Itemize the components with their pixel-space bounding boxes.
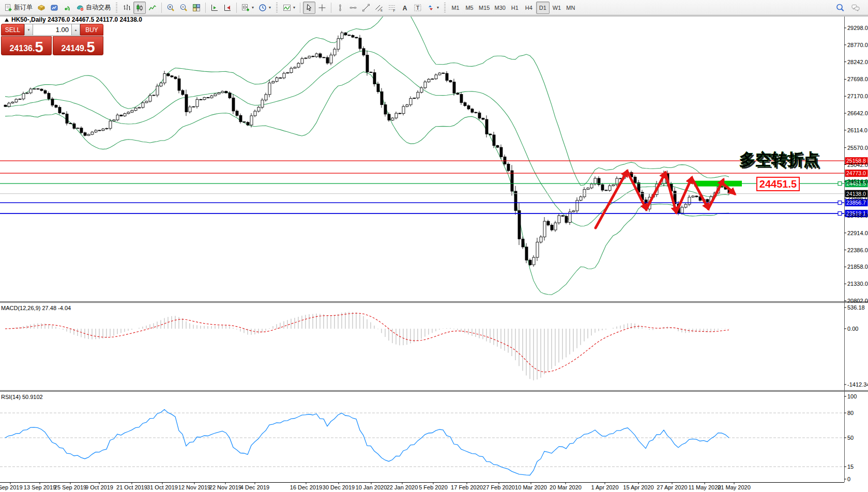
volume-decrease-button[interactable]: ▼ [24,24,33,36]
bars-icon [123,4,131,12]
search-button[interactable] [834,2,846,14]
price-tick-label: 29298.0 [847,25,868,31]
candle-body [377,84,379,91]
candle-body [507,164,510,171]
candle-body [207,98,209,98]
candle-body [218,93,220,94]
text-label-button[interactable]: T [412,2,424,14]
new-chart-button[interactable]: ▾ [239,2,256,14]
volume-input[interactable]: 1.00 [33,24,71,36]
dropdown-caret-icon: ▾ [437,5,439,10]
line-handle [838,212,842,216]
new-order-button[interactable]: 新订单 [2,2,35,14]
arrows-button[interactable]: ▾ [424,2,441,14]
trendline-button[interactable] [360,2,372,14]
candle-body [551,225,553,230]
period-presets-button[interactable]: ▾ [256,2,273,14]
sell-price-main: 24136. [9,44,35,53]
time-tick-label: 1 Apr 2020 [591,484,618,490]
indicators-list-button[interactable]: ▾ [281,2,297,14]
volume-increase-button[interactable]: ▲ [71,24,80,36]
line-handle [838,201,842,205]
price-tick-label: 28242.0 [847,59,868,65]
svg-text:F: F [393,8,395,12]
timeframe-m15-button[interactable]: M15 [477,2,492,14]
toolbar-group-cursor-tools [303,2,328,14]
mt4-terminal: 25158.824773.024451.524138.023856.723519… [0,0,868,492]
buy-price-button[interactable]: 24149.5 [53,36,103,55]
candle-body [688,197,691,204]
community-chat-button[interactable] [849,2,862,14]
macd-label: MACD(12,26,9) 27.48 -4.04 [1,305,71,311]
price-tick-label: 20802.0 [847,298,868,304]
gold-box-button[interactable] [35,2,48,14]
dropdown-caret-icon: ▾ [252,5,254,10]
vertical-line-button[interactable] [334,2,346,14]
highlight-band-rect[interactable] [694,181,742,187]
candle-body [149,96,151,101]
candle-body [522,239,524,247]
time-tick-label: 31 Oct 2019 [147,484,178,490]
green-highlight-band[interactable] [694,181,742,187]
auto-scroll-button[interactable] [208,2,221,14]
timeframe-m30-button[interactable]: M30 [492,2,507,14]
signals-button[interactable] [61,2,73,14]
timeframe-h1-button[interactable]: H1 [508,2,522,14]
candle-body [684,204,687,207]
candle-body [167,74,170,76]
price-tick-label: 21330.0 [847,281,868,287]
turning-point-label[interactable]: 多空转折点 多空转折点 [739,150,821,170]
timeframe-mn-button[interactable]: MN [564,2,577,14]
candle-body [156,86,159,95]
text-button[interactable]: A [399,2,411,14]
cursor-button[interactable] [303,2,315,14]
chart-canvas[interactable]: 25158.824773.024451.524138.023856.723519… [0,0,868,492]
candle [192,106,195,108]
candle-body [29,89,32,93]
candle-body [370,72,372,72]
line-chart-button[interactable] [146,2,159,14]
crosshair-button[interactable] [316,2,328,14]
timeframe-m1-button[interactable]: M1 [449,2,462,14]
candle-body [355,37,358,38]
tile-windows-button[interactable] [190,2,203,14]
candle-body [315,54,318,57]
green-signal-icon [63,4,71,12]
equidistant-channel-button[interactable]: E [373,2,385,14]
fibonacci-retracement-button[interactable]: F [386,2,398,14]
timeframe-m5-button[interactable]: M5 [463,2,476,14]
time-tick-label: 12 Nov 2019 [178,484,210,490]
candle-body [189,107,191,112]
buy-button[interactable]: BUY [80,24,103,36]
candle-body [500,147,502,157]
candle-body [95,130,97,132]
zoom-out-button[interactable] [177,2,190,14]
candle-body [431,79,434,80]
candle-body [221,91,224,93]
bar-chart-button[interactable] [120,2,133,14]
timeframe-h4-button[interactable]: H4 [522,2,536,14]
svg-text:E: E [380,9,383,12]
candle-body [428,79,430,82]
zoom-in-button[interactable] [164,2,177,14]
timeframe-d1-button[interactable]: D1 [536,2,550,14]
autotrading-button[interactable]: 自动交易 [74,2,113,14]
horizontal-line-button[interactable] [347,2,359,14]
candle-body [163,74,166,83]
macd-tick-label: -1412.34 [847,381,868,388]
chart-shift-button[interactable] [221,2,234,14]
candle-body [460,95,463,103]
price-callout[interactable]: 24451.5 [757,177,799,191]
timeframe-w1-button[interactable]: W1 [550,2,564,14]
one-click-trading-panel: SELL ▼ 1.00 ▲ BUY 24136.5 24149.5 [1,24,103,55]
candle-body [634,177,636,183]
toolbar-group-scroll [208,2,234,14]
sell-price-button[interactable]: 24136.5 [1,36,52,55]
candlestick-chart-button[interactable] [133,2,146,14]
candle-body [62,113,65,114]
sell-button[interactable]: SELL [1,24,24,36]
rsi-tick-label: 100 [847,393,857,399]
market-data-button[interactable] [48,2,60,14]
candle-body [442,73,445,73]
candle-body [424,82,427,88]
